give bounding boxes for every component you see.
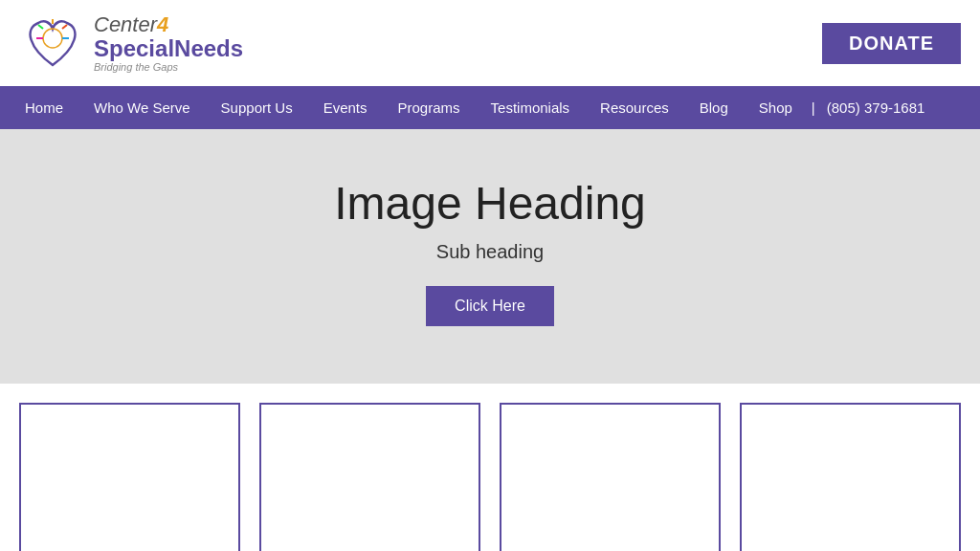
logo-text: Center4 SpecialNeeds Bridging the Gaps [94,13,243,74]
site-header: Center4 SpecialNeeds Bridging the Gaps D… [0,0,980,86]
nav-support-us[interactable]: Support Us [206,86,308,129]
nav-shop[interactable]: Shop [744,86,808,129]
hero-section: Image Heading Sub heading Click Here [0,129,980,384]
nav-who-we-serve[interactable]: Who We Serve [78,86,206,129]
main-nav: Home Who We Serve Support Us Events Prog… [0,86,980,129]
donate-button[interactable]: DONATE [822,23,961,64]
nav-programs[interactable]: Programs [383,86,476,129]
nav-blog[interactable]: Blog [684,86,744,129]
hero-heading: Image Heading [19,177,961,230]
logo-area: Center4 SpecialNeeds Bridging the Gaps [19,10,243,77]
logo-center-label: Center4 [94,13,243,36]
card-2 [259,403,480,551]
card-1 [19,403,240,551]
nav-resources[interactable]: Resources [585,86,684,129]
cards-section [0,384,980,551]
card-4 [740,403,961,551]
nav-home[interactable]: Home [10,86,78,129]
card-3 [500,403,721,551]
svg-line-4 [38,25,43,29]
logo-icon [19,10,86,77]
logo-special-label: SpecialNeeds [94,36,243,61]
svg-line-2 [62,25,67,29]
hero-subheading: Sub heading [19,241,961,263]
nav-separator: | [808,86,819,129]
nav-phone: (805) 379-1681 [819,86,933,129]
nav-events[interactable]: Events [308,86,383,129]
hero-cta-button[interactable]: Click Here [426,286,554,326]
nav-testimonials[interactable]: Testimonials [476,86,586,129]
logo-tagline-label: Bridging the Gaps [94,61,243,73]
